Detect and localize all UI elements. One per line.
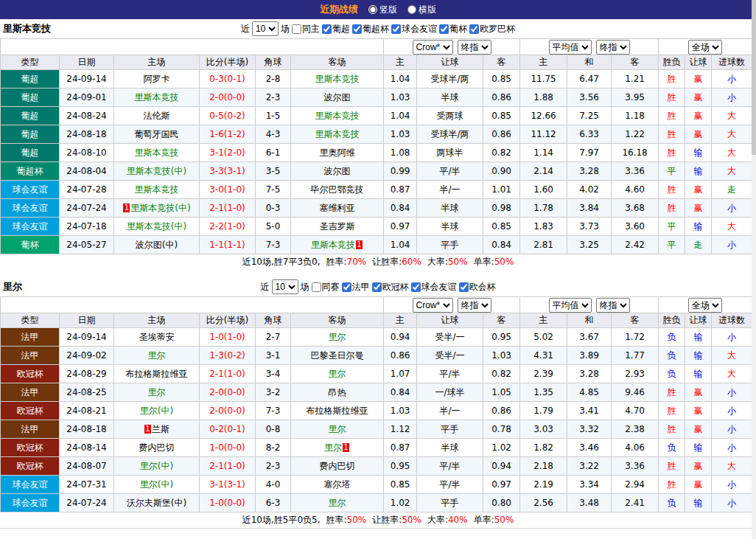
home-team-link[interactable]: 里斯本竞技(中) bbox=[130, 203, 190, 213]
away-team-link[interactable]: 里尔 bbox=[324, 442, 342, 453]
score-cell[interactable]: 2-0(0-0) bbox=[200, 88, 256, 107]
league-cell[interactable]: 葡杯 bbox=[1, 236, 60, 254]
layout-radio-vertical[interactable]: 竖版 bbox=[368, 4, 397, 16]
league-cell[interactable]: 葡超 bbox=[1, 88, 60, 107]
filter-checkbox-input[interactable] bbox=[391, 24, 401, 34]
filter-checkbox[interactable]: 法甲 bbox=[342, 281, 370, 293]
league-cell[interactable]: 法甲 bbox=[1, 383, 60, 402]
bookmaker-select[interactable]: Crow* bbox=[413, 298, 453, 313]
filter-checkbox-input[interactable] bbox=[352, 24, 362, 34]
bookmaker-select[interactable]: Crow* bbox=[413, 40, 453, 55]
league-cell[interactable]: 球会友谊 bbox=[1, 218, 60, 236]
score-cell[interactable]: 0-2(0-1) bbox=[200, 420, 256, 439]
score-cell[interactable]: 3-1(3-1) bbox=[200, 476, 256, 494]
filter-checkbox[interactable]: 同赛 bbox=[312, 281, 340, 293]
layout-radio-horizontal[interactable]: 横版 bbox=[407, 4, 436, 16]
score-cell[interactable]: 1-6(1-2) bbox=[200, 125, 256, 144]
score-cell[interactable]: 1-1(1-1) bbox=[200, 236, 256, 254]
filter-checkbox[interactable]: 球会友谊 bbox=[391, 23, 437, 35]
away-team-link[interactable]: 塞维利亚 bbox=[320, 203, 355, 213]
filter-checkbox-input[interactable] bbox=[439, 24, 449, 34]
filter-checkbox[interactable]: 欧会杯 bbox=[459, 281, 496, 293]
score-cell[interactable]: 3-3(3-1) bbox=[200, 162, 256, 181]
ah-time-select[interactable]: 终指 bbox=[458, 298, 491, 313]
league-cell[interactable]: 球会友谊 bbox=[1, 181, 60, 199]
score-cell[interactable]: 3-1(2-0) bbox=[200, 144, 256, 162]
league-cell[interactable]: 葡超杯 bbox=[1, 162, 60, 181]
score-cell[interactable]: 2-1(1-0) bbox=[200, 199, 256, 218]
scrollbar[interactable] bbox=[752, 0, 756, 529]
league-cell[interactable]: 欧冠杯 bbox=[1, 365, 60, 383]
league-cell[interactable]: 球会友谊 bbox=[1, 199, 60, 218]
score-cell[interactable]: 2-2(1-0) bbox=[200, 218, 256, 236]
home-team-link[interactable]: 里尔 bbox=[148, 350, 166, 361]
league-cell[interactable]: 欧冠杯 bbox=[1, 402, 60, 420]
home-team-link[interactable]: 里尔(中) bbox=[140, 479, 173, 490]
away-team-link[interactable]: 昂热 bbox=[329, 387, 346, 397]
home-team-link[interactable]: 费内巴切 bbox=[139, 442, 175, 453]
filter-checkbox-input[interactable] bbox=[411, 282, 421, 292]
score-cell[interactable]: 3-0(1-0) bbox=[200, 181, 256, 199]
away-team-link[interactable]: 毕尔巴鄂竞技 bbox=[311, 184, 364, 195]
recent-count-select[interactable]: 10 bbox=[272, 279, 298, 294]
league-cell[interactable]: 葡超 bbox=[1, 107, 60, 125]
filter-checkbox-input[interactable] bbox=[469, 24, 479, 34]
filter-checkbox[interactable]: 欧冠杯 bbox=[372, 281, 409, 293]
league-cell[interactable]: 葡超 bbox=[1, 125, 60, 144]
home-team-link[interactable]: 沃尔夫斯堡(中) bbox=[127, 498, 186, 508]
away-team-link[interactable]: 塞尔塔 bbox=[324, 479, 351, 490]
league-cell[interactable]: 欧冠杯 bbox=[1, 439, 60, 457]
home-team-link[interactable]: 阿罗卡 bbox=[144, 74, 170, 84]
score-cell[interactable]: 2-0(0-0) bbox=[200, 383, 256, 402]
eu-time-select[interactable]: 终指 bbox=[596, 40, 630, 55]
filter-checkbox-input[interactable] bbox=[322, 24, 332, 34]
score-cell[interactable]: 1-3(0-2) bbox=[200, 347, 256, 365]
away-team-link[interactable]: 里斯本竞技 bbox=[315, 129, 360, 139]
away-team-link[interactable]: 里尔 bbox=[329, 498, 346, 508]
vertical-radio-input[interactable] bbox=[368, 5, 377, 14]
league-cell[interactable]: 法甲 bbox=[1, 347, 60, 365]
filter-checkbox-input[interactable] bbox=[292, 24, 301, 34]
league-cell[interactable]: 葡超 bbox=[1, 144, 60, 162]
ah-time-select[interactable]: 终指 bbox=[458, 40, 491, 55]
scope-select[interactable]: 全场 bbox=[688, 40, 722, 55]
home-team-link[interactable]: 兰斯 bbox=[152, 424, 169, 434]
filter-checkbox[interactable]: 同主 bbox=[292, 23, 320, 35]
score-cell[interactable]: 2-1(1-0) bbox=[200, 457, 256, 476]
away-team-link[interactable]: 巴黎圣日尔曼 bbox=[311, 350, 364, 361]
home-team-link[interactable]: 里斯本竞技 bbox=[135, 92, 179, 102]
eu-time-select[interactable]: 终指 bbox=[596, 298, 630, 313]
league-cell[interactable]: 球会友谊 bbox=[1, 494, 60, 512]
filter-checkbox[interactable]: 葡超 bbox=[322, 23, 350, 35]
home-team-link[interactable]: 波尔图(中) bbox=[136, 240, 178, 250]
score-cell[interactable]: 2-0(0-0) bbox=[200, 402, 256, 420]
home-team-link[interactable]: 里尔(中) bbox=[140, 406, 173, 416]
away-team-link[interactable]: 里尔 bbox=[329, 369, 346, 379]
filter-checkbox[interactable]: 球会友谊 bbox=[411, 281, 457, 293]
away-team-link[interactable]: 里斯本竞技 bbox=[315, 111, 360, 121]
filter-checkbox-input[interactable] bbox=[372, 282, 382, 292]
away-team-link[interactable]: 波尔图 bbox=[324, 92, 351, 102]
away-team-link[interactable]: 波尔图 bbox=[324, 166, 351, 176]
away-team-link[interactable]: 里尔 bbox=[329, 424, 346, 434]
league-cell[interactable]: 欧冠杯 bbox=[1, 457, 60, 476]
home-team-link[interactable]: 里尔(中) bbox=[140, 461, 173, 471]
filter-checkbox[interactable]: 葡杯 bbox=[439, 23, 467, 35]
home-team-link[interactable]: 里尔 bbox=[148, 387, 166, 397]
score-cell[interactable]: 0-3(0-1) bbox=[200, 70, 256, 88]
filter-checkbox[interactable]: 欧罗巴杯 bbox=[469, 23, 515, 35]
score-cell[interactable]: 1-0(1-0) bbox=[200, 328, 256, 347]
eu-avg-select[interactable]: 平均值 bbox=[549, 298, 592, 313]
home-team-link[interactable]: 布拉格斯拉维亚 bbox=[126, 369, 188, 379]
away-team-link[interactable]: 里斯本竞技 bbox=[315, 74, 360, 84]
league-cell[interactable]: 葡超 bbox=[1, 70, 60, 88]
home-team-link[interactable]: 里斯本竞技(中) bbox=[127, 166, 186, 176]
away-team-link[interactable]: 里尔 bbox=[329, 332, 346, 342]
league-cell[interactable]: 法甲 bbox=[1, 328, 60, 347]
home-team-link[interactable]: 圣埃蒂安 bbox=[139, 332, 175, 342]
scrollbar-thumb[interactable] bbox=[752, 0, 756, 155]
away-team-link[interactable]: 里斯本竞技 bbox=[311, 240, 355, 250]
home-team-link[interactable]: 里斯本竞技 bbox=[135, 147, 179, 158]
home-team-link[interactable]: 法伦斯 bbox=[144, 111, 170, 121]
score-cell[interactable]: 1-0(0-0) bbox=[200, 494, 256, 512]
